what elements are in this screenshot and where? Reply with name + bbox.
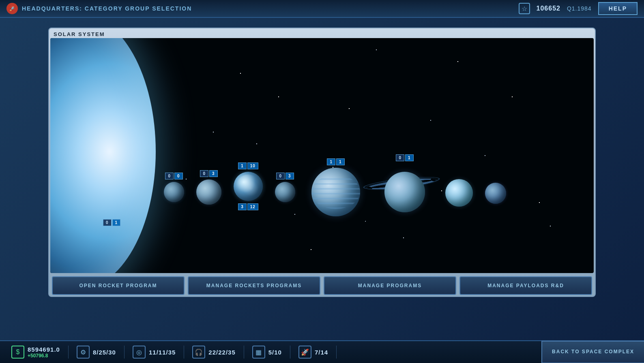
logo-icon: 🚀 [6, 3, 18, 14]
header-right: ☆ 106652 Q1.1984 Help [519, 2, 638, 15]
money-status: $ 8594691.0 +50796.8 [3, 346, 69, 359]
mars-group[interactable]: 0 3 [275, 173, 295, 202]
help-button[interactable]: Help [598, 2, 638, 15]
rockets-status: 🚀 7/14 [290, 346, 337, 359]
jupiter-planet[interactable] [311, 168, 360, 216]
earth-bottom-badges: 3 12 [238, 203, 258, 210]
staff-status: ⚙ 8/25/30 [69, 346, 125, 359]
solar-system-panel: Solar System 0 1 [48, 28, 596, 297]
sun-badge-1: 1 [112, 219, 121, 226]
money-value: 8594691.0 [28, 346, 60, 353]
earth-top-badges: 1 10 [238, 162, 258, 169]
manage-rockets-programs-button[interactable]: Manage Rockets Programs [188, 276, 320, 295]
solar-panel-title: Solar System [50, 30, 594, 38]
mercury-planet[interactable] [164, 182, 184, 202]
missions-icon: ◎ [133, 346, 146, 359]
venus-group[interactable]: 0 3 [196, 170, 221, 205]
mars-planet[interactable] [275, 182, 295, 202]
mercury-badges: 0 0 [165, 173, 182, 179]
staff-icon: ⚙ [77, 346, 90, 359]
missions-status: ◎ 11/11/35 [125, 346, 184, 359]
staff-value: 8/25/30 [93, 349, 116, 356]
storage-icon: ▦ [252, 346, 265, 359]
venus-badges: 0 3 [200, 170, 217, 177]
uranus-planet[interactable] [445, 179, 473, 207]
storage-value: 5/10 [268, 349, 282, 356]
open-rocket-program-button[interactable]: Open Rocket Program [52, 276, 185, 295]
sun-badge-row: 0 1 [103, 219, 120, 228]
jupiter-group[interactable]: 1 1 [311, 158, 360, 216]
rockets-value: 7/14 [315, 349, 328, 356]
mercury-group[interactable]: 0 0 [164, 173, 184, 202]
neptune-planet[interactable] [485, 183, 506, 204]
mars-badges: 0 3 [276, 173, 294, 179]
saturn-wrap [372, 164, 437, 220]
manage-programs-button[interactable]: Manage Programs [324, 276, 456, 295]
venus-planet[interactable] [196, 179, 221, 205]
comms-value: 22/22/35 [208, 349, 235, 356]
star-icon: ☆ [519, 3, 530, 14]
comms-icon: 🎧 [192, 346, 205, 359]
action-buttons: Open Rocket Program Manage Rockets Progr… [50, 276, 594, 295]
saturn-planet[interactable] [384, 172, 425, 212]
planets-row: 0 0 0 3 [164, 154, 586, 220]
main-area: Solar System 0 1 [0, 18, 644, 345]
back-to-space-complex-button[interactable]: Back To Space Complex [541, 341, 644, 363]
earth-planet[interactable] [234, 172, 263, 201]
header-title: Headquarters: Category Group Selection [22, 5, 192, 12]
status-bar: $ 8594691.0 +50796.8 ⚙ 8/25/30 ◎ 11/11/3… [0, 340, 644, 363]
header: 🚀 Headquarters: Category Group Selection… [0, 0, 644, 18]
score-display: 106652 [537, 5, 560, 12]
jupiter-badges: 1 1 [327, 158, 344, 165]
earth-group[interactable]: 1 10 3 12 [234, 162, 263, 213]
sun-badge-0: 0 [103, 219, 112, 226]
money-delta: +50796.8 [28, 353, 60, 359]
neptune-group[interactable] [485, 171, 506, 204]
manage-payloads-rd-button[interactable]: Manage Payloads R&D [459, 276, 592, 295]
money-icon: $ [11, 346, 24, 359]
comms-status: 🎧 22/22/35 [184, 346, 244, 359]
solar-viewport: 0 1 0 0 [50, 38, 594, 273]
date-display: Q1.1984 [567, 5, 592, 12]
storage-status: ▦ 5/10 [244, 346, 290, 359]
missions-value: 11/11/35 [149, 349, 176, 356]
rockets-status-icon: 🚀 [298, 346, 311, 359]
saturn-badges: 0 1 [396, 154, 413, 161]
saturn-group[interactable]: 0 1 [372, 154, 437, 220]
uranus-group[interactable] [445, 169, 473, 207]
